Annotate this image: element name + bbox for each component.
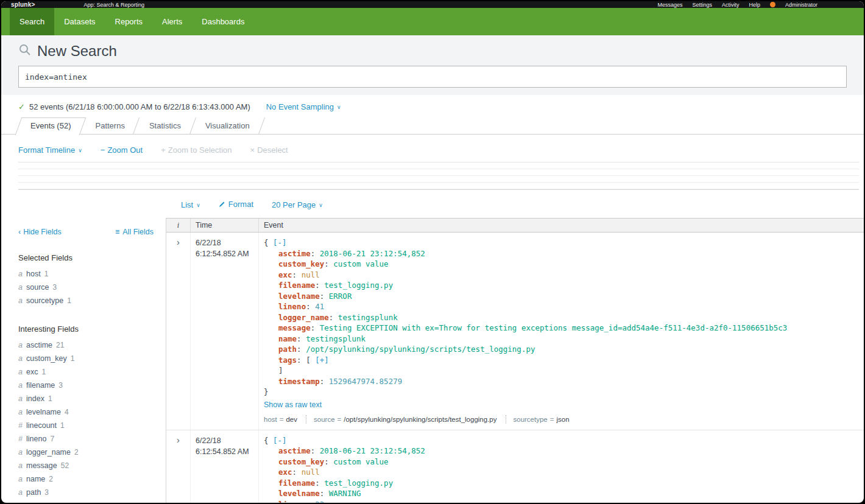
field-row-host[interactable]: ahost1 <box>18 267 154 281</box>
expand-event-chevron[interactable]: › <box>177 237 180 247</box>
field-row-levelname[interactable]: alevelname4 <box>18 405 154 419</box>
json-value[interactable]: test_logging.py <box>324 478 393 488</box>
json-value[interactable]: 1529647974.85279 <box>329 377 402 386</box>
field-row-message[interactable]: amessage52 <box>18 459 154 472</box>
format-results-menu[interactable]: Format <box>219 200 253 209</box>
hide-fields-button[interactable]: ‹Hide Fields <box>18 228 62 236</box>
meta-field-value[interactable]: json <box>556 416 569 423</box>
caret-down-icon: ∨ <box>196 202 200 208</box>
tab-events-52[interactable]: Events (52) <box>18 117 83 135</box>
field-row-filename[interactable]: afilename3 <box>18 379 154 392</box>
json-value[interactable]: Testing EXCEPTION with ex=Throw for test… <box>320 323 788 332</box>
field-name-link[interactable]: message <box>26 459 57 472</box>
list-view-menu[interactable]: List∨ <box>181 200 200 209</box>
topbar-app-label[interactable]: App: Search & Reporting <box>83 2 144 8</box>
collapse-json-toggle[interactable]: [-] <box>273 238 287 247</box>
event-sampling-menu[interactable]: No Event Sampling∨ <box>266 102 341 111</box>
timeline-chart[interactable] <box>18 162 859 190</box>
json-value[interactable]: testingsplunk <box>306 334 365 343</box>
meta-field-source[interactable]: source=/opt/spylunking/spylunking/script… <box>306 415 505 424</box>
expand-event-chevron[interactable]: › <box>177 435 180 445</box>
field-row-index[interactable]: aindex1 <box>18 392 154 405</box>
meta-field-sourcetype[interactable]: sourcetype=json <box>506 415 578 424</box>
tab-statistics[interactable]: Statistics <box>137 117 193 135</box>
topbar-user-label[interactable]: Administrator <box>785 2 817 8</box>
field-name-link[interactable]: path <box>26 486 41 499</box>
nav-item-dashboards[interactable]: Dashboards <box>192 8 254 35</box>
event-time-cell[interactable]: 6/22/186:12:54.852 AM <box>191 430 259 503</box>
json-value[interactable]: 2018-06-21 23:12:54,852 <box>320 249 425 258</box>
format-results-label: Format <box>228 200 253 209</box>
user-avatar[interactable] <box>770 2 775 7</box>
field-row-asctime[interactable]: aasctime21 <box>18 338 154 352</box>
topbar-item-help[interactable]: Help <box>749 2 760 8</box>
field-name-link[interactable]: lineno <box>26 432 46 446</box>
deselect-button[interactable]: ×Deselect <box>250 145 288 155</box>
field-name-link[interactable]: source <box>26 281 49 294</box>
field-row-linecount[interactable]: #linecount1 <box>18 419 154 432</box>
field-row-punct[interactable]: apunct4 <box>18 499 154 503</box>
json-value[interactable]: 2018-06-21 23:12:54,852 <box>320 446 425 455</box>
field-name-link[interactable]: linecount <box>26 419 57 432</box>
field-row-sourcetype[interactable]: asourcetype1 <box>18 294 154 307</box>
json-value[interactable]: /opt/spylunking/spylunking/scripts/test_… <box>306 345 535 354</box>
json-value[interactable]: test_logging.py <box>324 281 393 290</box>
field-count: 1 <box>44 267 49 281</box>
show-as-raw-text-link[interactable]: Show as raw text <box>264 401 322 409</box>
field-name-link[interactable]: logger_name <box>26 446 71 459</box>
json-value[interactable]: null <box>302 270 320 279</box>
json-value[interactable]: custom value <box>333 259 388 268</box>
event-time-cell[interactable]: 6/22/186:12:54.852 AM <box>191 233 259 430</box>
field-name-link[interactable]: levelname <box>26 405 61 419</box>
tab-visualization[interactable]: Visualization <box>193 117 262 135</box>
field-row-path[interactable]: apath3 <box>18 486 154 499</box>
json-value[interactable]: ERROR <box>329 292 352 301</box>
collapse-json-toggle[interactable]: [-] <box>273 436 287 445</box>
json-value[interactable]: custom value <box>333 457 388 466</box>
tab-patterns[interactable]: Patterns <box>83 117 136 135</box>
field-row-custom_key[interactable]: acustom_key1 <box>18 352 154 365</box>
meta-field-value[interactable]: dev <box>286 416 297 423</box>
field-name-link[interactable]: exc <box>26 365 38 379</box>
field-row-logger_name[interactable]: alogger_name2 <box>18 446 154 459</box>
deselect-label: Deselect <box>257 145 288 155</box>
nav-item-alerts[interactable]: Alerts <box>152 8 192 35</box>
meta-field-value[interactable]: /opt/spylunking/spylunking/scripts/test_… <box>344 416 496 423</box>
json-value[interactable]: 33 <box>315 500 324 503</box>
topbar-item-activity[interactable]: Activity <box>722 2 740 8</box>
field-name-link[interactable]: custom_key <box>26 352 67 365</box>
topbar-item-messages[interactable]: Messages <box>657 2 682 8</box>
per-page-menu[interactable]: 20 Per Page∨ <box>272 200 323 209</box>
all-fields-button[interactable]: ≡All Fields <box>115 228 154 236</box>
field-name-link[interactable]: index <box>26 392 44 405</box>
json-value[interactable]: WARNING <box>329 489 361 498</box>
field-name-link[interactable]: filename <box>26 379 55 392</box>
nav-item-datasets[interactable]: Datasets <box>54 8 105 35</box>
splunk-logo[interactable]: splunk> <box>11 1 35 8</box>
topbar-item-settings[interactable]: Settings <box>692 2 712 8</box>
format-timeline-menu[interactable]: Format Timeline∨ <box>18 145 82 155</box>
field-name-link[interactable]: name <box>26 472 45 486</box>
json-key: tags <box>278 355 297 365</box>
meta-field-host[interactable]: host=dev <box>264 415 306 424</box>
field-name-link[interactable]: punct <box>26 499 45 503</box>
json-key: message <box>278 323 311 332</box>
nav-item-reports[interactable]: Reports <box>105 8 153 35</box>
expand-array-toggle[interactable]: [+] <box>315 355 329 365</box>
field-row-name[interactable]: aname2 <box>18 472 154 486</box>
json-value[interactable]: testingsplunk <box>338 313 398 322</box>
field-row-source[interactable]: asource3 <box>18 281 154 294</box>
json-value[interactable]: null <box>302 467 320 477</box>
json-value[interactable]: 41 <box>315 302 324 311</box>
search-query-input[interactable] <box>18 66 847 88</box>
field-name-link[interactable]: asctime <box>26 338 52 352</box>
field-name-link[interactable]: host <box>26 267 41 281</box>
nav-item-search[interactable]: Search <box>10 8 54 35</box>
field-row-lineno[interactable]: #lineno7 <box>18 432 154 446</box>
format-timeline-label: Format Timeline <box>18 145 75 155</box>
zoom-to-selection-button[interactable]: +Zoom to Selection <box>161 145 231 155</box>
field-row-exc[interactable]: aexc1 <box>18 365 154 379</box>
field-name-link[interactable]: sourcetype <box>26 294 63 307</box>
zoom-out-button[interactable]: −Zoom Out <box>101 145 143 155</box>
json-key: path <box>278 345 297 354</box>
